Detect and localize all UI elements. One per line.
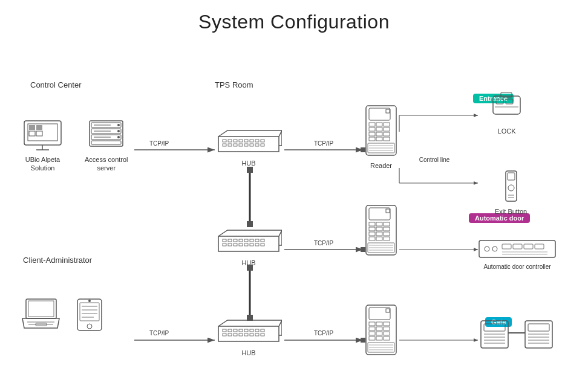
svg-rect-61 (250, 144, 253, 146)
device-ubio: UBio AlpetaSolution (23, 120, 62, 173)
svg-text:TCP/IP: TCP/IP (149, 330, 169, 337)
svg-rect-69 (244, 239, 248, 242)
svg-rect-102 (376, 123, 382, 126)
svg-rect-50 (234, 140, 237, 142)
svg-point-46 (117, 136, 120, 138)
svg-rect-159 (501, 92, 512, 97)
svg-rect-59 (239, 144, 243, 146)
svg-rect-137 (369, 308, 390, 320)
svg-rect-80 (261, 243, 264, 246)
svg-rect-109 (384, 132, 390, 136)
device-gate (478, 315, 557, 351)
svg-rect-124 (376, 227, 382, 231)
svg-rect-94 (244, 334, 248, 336)
svg-rect-147 (384, 332, 390, 335)
reader1-label: Reader (370, 161, 392, 170)
svg-rect-148 (369, 337, 375, 340)
svg-rect-57 (228, 144, 232, 146)
svg-rect-122 (384, 222, 390, 226)
svg-point-194 (87, 324, 92, 329)
svg-rect-90 (223, 334, 226, 336)
svg-rect-86 (244, 329, 248, 332)
svg-rect-169 (513, 244, 522, 249)
svg-rect-65 (223, 239, 226, 242)
svg-rect-22 (247, 221, 253, 227)
svg-point-195 (88, 300, 91, 302)
svg-rect-181 (528, 324, 549, 331)
section-client-admin: Client-Administrator (23, 256, 92, 265)
svg-rect-150 (384, 337, 390, 340)
svg-rect-99 (369, 108, 390, 120)
svg-rect-138 (386, 309, 390, 312)
svg-rect-85 (239, 329, 243, 332)
svg-rect-136 (366, 305, 396, 355)
svg-rect-174 (481, 321, 508, 348)
svg-rect-75 (234, 243, 237, 246)
svg-rect-149 (376, 337, 382, 340)
svg-rect-54 (255, 140, 259, 142)
svg-rect-129 (369, 237, 375, 240)
svg-rect-140 (376, 322, 382, 326)
svg-rect-187 (26, 299, 56, 318)
svg-rect-88 (255, 329, 259, 332)
svg-rect-143 (376, 327, 382, 330)
svg-point-45 (117, 130, 120, 132)
svg-text:TCP/IP: TCP/IP (149, 140, 169, 147)
svg-rect-71 (255, 239, 259, 242)
svg-rect-32 (29, 131, 35, 136)
svg-rect-91 (228, 334, 232, 336)
auto-door-ctrl-label: Automatic door controller (483, 263, 550, 271)
svg-rect-70 (250, 239, 253, 242)
svg-rect-77 (244, 243, 248, 246)
svg-rect-82 (223, 329, 226, 332)
svg-rect-98 (366, 106, 396, 155)
svg-point-44 (117, 124, 120, 126)
hub2-label: HUB (241, 259, 255, 267)
svg-rect-83 (228, 329, 232, 332)
svg-rect-175 (484, 324, 505, 331)
svg-rect-110 (369, 137, 375, 141)
svg-rect-141 (384, 322, 390, 326)
svg-text:TCP/IP: TCP/IP (314, 140, 334, 147)
svg-rect-125 (384, 227, 390, 231)
svg-point-162 (508, 185, 514, 191)
svg-rect-111 (376, 137, 382, 141)
svg-rect-156 (496, 99, 503, 104)
device-laptop (21, 298, 60, 329)
page: System Configuration Control Center TPS … (0, 0, 588, 377)
svg-rect-51 (239, 140, 243, 142)
svg-rect-119 (386, 209, 390, 213)
svg-rect-104 (369, 127, 375, 131)
svg-rect-161 (508, 173, 515, 180)
device-reader1: Reader (363, 105, 399, 170)
svg-rect-73 (223, 243, 226, 246)
svg-rect-92 (234, 334, 237, 336)
svg-rect-157 (506, 99, 513, 104)
device-lock: LOCK (490, 91, 523, 135)
page-title: System Configuration (0, 0, 588, 33)
svg-rect-79 (255, 243, 259, 246)
device-auto-door-ctrl: Automatic door controller (478, 237, 557, 271)
svg-rect-74 (228, 243, 232, 246)
svg-rect-58 (234, 144, 237, 146)
svg-rect-52 (244, 140, 248, 142)
svg-rect-31 (36, 125, 42, 130)
svg-rect-171 (535, 244, 544, 249)
device-reader3 (363, 304, 399, 358)
svg-rect-170 (524, 244, 533, 249)
hub3-label: HUB (241, 349, 255, 357)
svg-rect-103 (384, 123, 390, 126)
svg-rect-76 (239, 243, 243, 246)
svg-rect-118 (369, 208, 390, 220)
svg-text:TCP/IP: TCP/IP (314, 240, 334, 246)
svg-rect-96 (255, 334, 259, 336)
svg-rect-105 (376, 127, 382, 131)
svg-rect-66 (228, 239, 232, 242)
svg-rect-87 (250, 329, 253, 332)
svg-rect-120 (369, 222, 375, 226)
exit-button-label: Exit Button (495, 207, 527, 216)
svg-rect-188 (28, 301, 54, 317)
svg-rect-62 (255, 144, 259, 146)
svg-rect-97 (261, 334, 264, 336)
device-access-server: Access controlserver (85, 120, 128, 173)
